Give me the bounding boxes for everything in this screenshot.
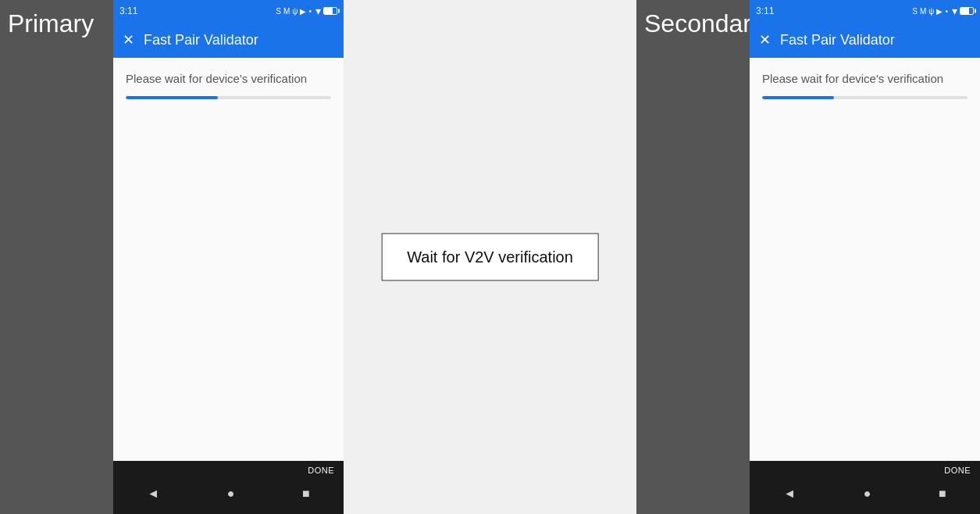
primary-app-title: Fast Pair Validator (144, 32, 258, 48)
primary-home-button[interactable]: ● (227, 487, 235, 501)
main-layout: Primary 3:11 S M ψ ▶ • ▾ ✕ Fast Pair Val… (0, 0, 980, 514)
secondary-content: Please wait for device's verification (750, 58, 980, 461)
secondary-media-icon: ▶ (936, 7, 943, 16)
primary-battery-icon (323, 7, 337, 15)
secondary-signal-icon: M (920, 7, 926, 16)
primary-status-bar: 3:11 S M ψ ▶ • ▾ (113, 0, 344, 22)
primary-label: Primary (0, 0, 113, 514)
secondary-status-bar: 3:11 S M ψ ▶ • ▾ (750, 0, 980, 22)
primary-sim-icon: S (276, 7, 281, 16)
secondary-app-bar: ✕ Fast Pair Validator (750, 22, 980, 58)
secondary-battery-icon (960, 7, 974, 15)
primary-close-button[interactable]: ✕ (123, 31, 134, 48)
primary-app-bar: ✕ Fast Pair Validator (113, 22, 344, 58)
primary-phone: 3:11 S M ψ ▶ • ▾ ✕ Fast Pair Validator P… (113, 0, 344, 514)
secondary-nav-bar: DONE ◄ ● ■ (750, 461, 980, 514)
primary-content: Please wait for device's verification (113, 58, 344, 461)
secondary-verification-text: Please wait for device's verification (762, 70, 968, 87)
primary-dot-icon: • (308, 7, 312, 16)
v2v-verification-box: Wait for V2V verification (381, 234, 599, 281)
primary-nav-buttons: ◄ ● ■ (113, 478, 344, 514)
primary-signal-icon: M (283, 7, 290, 16)
secondary-done-label: DONE (750, 461, 980, 478)
secondary-dot-icon: • (945, 7, 948, 16)
secondary-status-icons: S M ψ ▶ • ▾ (912, 5, 974, 17)
primary-recents-button[interactable]: ■ (302, 487, 310, 501)
primary-nav-bar: DONE ◄ ● ■ (113, 461, 344, 514)
secondary-close-button[interactable]: ✕ (759, 31, 771, 48)
primary-status-icons: S M ψ ▶ • ▾ (276, 5, 337, 17)
secondary-progress-fill (762, 96, 834, 99)
secondary-phone: 3:11 S M ψ ▶ • ▾ ✕ Fast Pair Validator P… (750, 0, 980, 514)
secondary-label: Secondary (636, 0, 750, 514)
secondary-home-button[interactable]: ● (864, 487, 871, 501)
primary-back-button[interactable]: ◄ (147, 487, 159, 501)
secondary-back-button[interactable]: ◄ (783, 487, 796, 501)
primary-verification-text: Please wait for device's verification (126, 70, 331, 87)
v2v-text: Wait for V2V verification (407, 248, 573, 266)
primary-progress-bar (126, 96, 331, 99)
primary-wifi-icon-text: ψ (292, 7, 298, 16)
primary-media-icon: ▶ (300, 7, 306, 16)
primary-done-label: DONE (113, 461, 344, 478)
secondary-nav-buttons: ◄ ● ■ (750, 478, 980, 514)
secondary-recents-button[interactable]: ■ (939, 487, 946, 501)
secondary-sim-icon: S (912, 7, 918, 16)
primary-progress-fill (126, 96, 218, 99)
center-area: Wait for V2V verification (344, 0, 636, 514)
secondary-wifi-icon-text: ψ (928, 7, 934, 16)
secondary-progress-bar (762, 96, 968, 99)
secondary-wifi-icon: ▾ (952, 5, 957, 17)
primary-time: 3:11 (119, 5, 137, 16)
primary-wifi-icon: ▾ (315, 5, 321, 17)
secondary-app-title: Fast Pair Validator (780, 32, 895, 48)
secondary-time: 3:11 (756, 5, 774, 16)
